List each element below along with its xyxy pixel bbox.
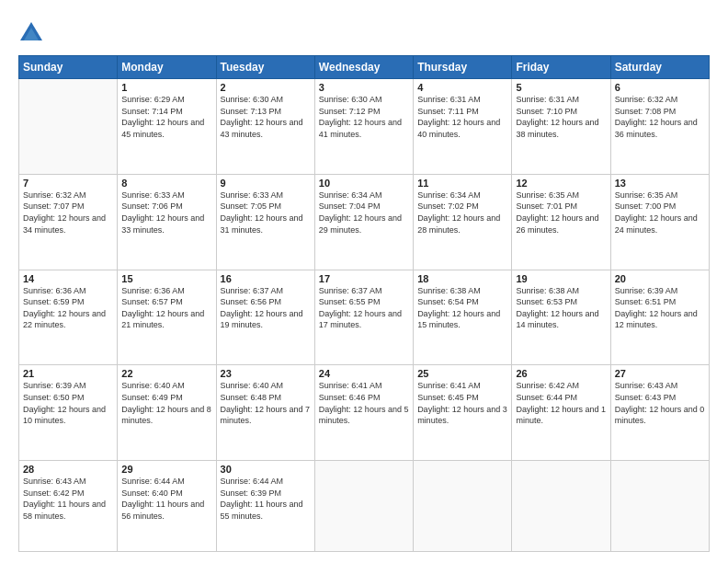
day-detail: Sunrise: 6:38 AMSunset: 6:53 PMDaylight:… bbox=[516, 285, 606, 331]
calendar-cell: 28Sunrise: 6:43 AMSunset: 6:42 PMDayligh… bbox=[19, 461, 118, 552]
day-number: 1 bbox=[121, 82, 211, 93]
day-detail: Sunrise: 6:44 AMSunset: 6:40 PMDaylight:… bbox=[121, 476, 211, 522]
calendar-cell: 29Sunrise: 6:44 AMSunset: 6:40 PMDayligh… bbox=[118, 461, 216, 552]
day-number: 29 bbox=[121, 464, 211, 475]
day-number: 17 bbox=[319, 273, 409, 284]
calendar-cell: 22Sunrise: 6:40 AMSunset: 6:49 PMDayligh… bbox=[118, 365, 216, 461]
day-detail: Sunrise: 6:42 AMSunset: 6:44 PMDaylight:… bbox=[516, 380, 606, 426]
calendar-cell bbox=[610, 461, 709, 552]
header bbox=[18, 17, 710, 46]
day-detail: Sunrise: 6:39 AMSunset: 6:50 PMDaylight:… bbox=[23, 380, 113, 426]
day-number: 9 bbox=[221, 178, 311, 189]
day-number: 6 bbox=[615, 82, 705, 93]
weekday-header-thursday: Thursday bbox=[414, 56, 512, 79]
day-number: 23 bbox=[221, 368, 311, 379]
page: SundayMondayTuesdayWednesdayThursdayFrid… bbox=[0, 0, 728, 563]
day-number: 13 bbox=[615, 178, 705, 189]
calendar-cell: 20Sunrise: 6:39 AMSunset: 6:51 PMDayligh… bbox=[610, 270, 709, 365]
day-number: 14 bbox=[23, 273, 113, 284]
day-number: 4 bbox=[417, 82, 507, 93]
calendar-cell: 5Sunrise: 6:31 AMSunset: 7:10 PMDaylight… bbox=[512, 79, 610, 175]
calendar-cell: 18Sunrise: 6:38 AMSunset: 6:54 PMDayligh… bbox=[414, 270, 512, 365]
day-detail: Sunrise: 6:39 AMSunset: 6:51 PMDaylight:… bbox=[615, 285, 705, 331]
day-number: 22 bbox=[121, 368, 211, 379]
day-number: 20 bbox=[615, 273, 705, 284]
calendar-cell: 23Sunrise: 6:40 AMSunset: 6:48 PMDayligh… bbox=[216, 365, 314, 461]
calendar-cell bbox=[19, 79, 118, 175]
day-detail: Sunrise: 6:44 AMSunset: 6:39 PMDaylight:… bbox=[221, 476, 311, 522]
day-detail: Sunrise: 6:38 AMSunset: 6:54 PMDaylight:… bbox=[417, 285, 507, 331]
weekday-header-tuesday: Tuesday bbox=[216, 56, 314, 79]
calendar-cell: 13Sunrise: 6:35 AMSunset: 7:00 PMDayligh… bbox=[610, 174, 709, 270]
day-detail: Sunrise: 6:41 AMSunset: 6:45 PMDaylight:… bbox=[417, 380, 507, 426]
day-number: 28 bbox=[23, 464, 113, 475]
calendar-cell: 27Sunrise: 6:43 AMSunset: 6:43 PMDayligh… bbox=[610, 365, 709, 461]
day-number: 7 bbox=[23, 178, 113, 189]
calendar-cell: 9Sunrise: 6:33 AMSunset: 7:05 PMDaylight… bbox=[216, 174, 314, 270]
day-detail: Sunrise: 6:43 AMSunset: 6:43 PMDaylight:… bbox=[615, 380, 705, 426]
calendar-cell: 14Sunrise: 6:36 AMSunset: 6:59 PMDayligh… bbox=[19, 270, 118, 365]
day-detail: Sunrise: 6:31 AMSunset: 7:11 PMDaylight:… bbox=[417, 94, 507, 140]
calendar-cell: 26Sunrise: 6:42 AMSunset: 6:44 PMDayligh… bbox=[512, 365, 610, 461]
day-detail: Sunrise: 6:30 AMSunset: 7:12 PMDaylight:… bbox=[319, 94, 409, 140]
day-number: 16 bbox=[221, 273, 311, 284]
day-number: 30 bbox=[221, 464, 311, 475]
day-number: 15 bbox=[121, 273, 211, 284]
day-detail: Sunrise: 6:43 AMSunset: 6:42 PMDaylight:… bbox=[23, 476, 113, 522]
day-number: 21 bbox=[23, 368, 113, 379]
calendar-cell: 10Sunrise: 6:34 AMSunset: 7:04 PMDayligh… bbox=[314, 174, 413, 270]
calendar: SundayMondayTuesdayWednesdayThursdayFrid… bbox=[18, 55, 710, 552]
calendar-cell: 30Sunrise: 6:44 AMSunset: 6:39 PMDayligh… bbox=[216, 461, 314, 552]
day-detail: Sunrise: 6:30 AMSunset: 7:13 PMDaylight:… bbox=[221, 94, 311, 140]
logo-icon bbox=[18, 20, 44, 46]
day-number: 2 bbox=[221, 82, 311, 93]
calendar-cell: 2Sunrise: 6:30 AMSunset: 7:13 PMDaylight… bbox=[216, 79, 314, 175]
calendar-cell: 7Sunrise: 6:32 AMSunset: 7:07 PMDaylight… bbox=[19, 174, 118, 270]
day-number: 12 bbox=[516, 178, 606, 189]
day-detail: Sunrise: 6:34 AMSunset: 7:04 PMDaylight:… bbox=[319, 190, 409, 236]
calendar-cell: 1Sunrise: 6:29 AMSunset: 7:14 PMDaylight… bbox=[118, 79, 216, 175]
day-number: 27 bbox=[615, 368, 705, 379]
day-detail: Sunrise: 6:32 AMSunset: 7:08 PMDaylight:… bbox=[615, 94, 705, 140]
day-detail: Sunrise: 6:36 AMSunset: 6:57 PMDaylight:… bbox=[121, 285, 211, 331]
day-number: 3 bbox=[319, 82, 409, 93]
calendar-cell bbox=[414, 461, 512, 552]
calendar-cell: 15Sunrise: 6:36 AMSunset: 6:57 PMDayligh… bbox=[118, 270, 216, 365]
day-number: 26 bbox=[516, 368, 606, 379]
day-detail: Sunrise: 6:40 AMSunset: 6:48 PMDaylight:… bbox=[221, 380, 311, 426]
week-row-2: 14Sunrise: 6:36 AMSunset: 6:59 PMDayligh… bbox=[19, 270, 710, 365]
day-detail: Sunrise: 6:33 AMSunset: 7:06 PMDaylight:… bbox=[121, 190, 211, 236]
calendar-cell: 3Sunrise: 6:30 AMSunset: 7:12 PMDaylight… bbox=[314, 79, 413, 175]
day-number: 11 bbox=[417, 178, 507, 189]
day-detail: Sunrise: 6:36 AMSunset: 6:59 PMDaylight:… bbox=[23, 285, 113, 331]
calendar-cell: 12Sunrise: 6:35 AMSunset: 7:01 PMDayligh… bbox=[512, 174, 610, 270]
weekday-header-wednesday: Wednesday bbox=[314, 56, 413, 79]
day-detail: Sunrise: 6:29 AMSunset: 7:14 PMDaylight:… bbox=[121, 94, 211, 140]
day-detail: Sunrise: 6:34 AMSunset: 7:02 PMDaylight:… bbox=[417, 190, 507, 236]
day-detail: Sunrise: 6:37 AMSunset: 6:56 PMDaylight:… bbox=[221, 285, 311, 331]
week-row-0: 1Sunrise: 6:29 AMSunset: 7:14 PMDaylight… bbox=[19, 79, 710, 175]
calendar-cell: 17Sunrise: 6:37 AMSunset: 6:55 PMDayligh… bbox=[314, 270, 413, 365]
day-number: 19 bbox=[516, 273, 606, 284]
day-detail: Sunrise: 6:40 AMSunset: 6:49 PMDaylight:… bbox=[121, 380, 211, 426]
calendar-cell bbox=[314, 461, 413, 552]
calendar-cell: 19Sunrise: 6:38 AMSunset: 6:53 PMDayligh… bbox=[512, 270, 610, 365]
day-number: 10 bbox=[319, 178, 409, 189]
weekday-header-monday: Monday bbox=[118, 56, 216, 79]
day-number: 25 bbox=[417, 368, 507, 379]
day-detail: Sunrise: 6:33 AMSunset: 7:05 PMDaylight:… bbox=[221, 190, 311, 236]
logo bbox=[18, 20, 48, 46]
weekday-header-saturday: Saturday bbox=[610, 56, 709, 79]
week-row-1: 7Sunrise: 6:32 AMSunset: 7:07 PMDaylight… bbox=[19, 174, 710, 270]
day-detail: Sunrise: 6:31 AMSunset: 7:10 PMDaylight:… bbox=[516, 94, 606, 140]
day-detail: Sunrise: 6:35 AMSunset: 7:01 PMDaylight:… bbox=[516, 190, 606, 236]
calendar-cell: 6Sunrise: 6:32 AMSunset: 7:08 PMDaylight… bbox=[610, 79, 709, 175]
weekday-header-sunday: Sunday bbox=[19, 56, 118, 79]
calendar-cell: 16Sunrise: 6:37 AMSunset: 6:56 PMDayligh… bbox=[216, 270, 314, 365]
calendar-cell: 24Sunrise: 6:41 AMSunset: 6:46 PMDayligh… bbox=[314, 365, 413, 461]
week-row-3: 21Sunrise: 6:39 AMSunset: 6:50 PMDayligh… bbox=[19, 365, 710, 461]
calendar-cell: 11Sunrise: 6:34 AMSunset: 7:02 PMDayligh… bbox=[414, 174, 512, 270]
day-number: 18 bbox=[417, 273, 507, 284]
day-number: 8 bbox=[121, 178, 211, 189]
weekday-header-friday: Friday bbox=[512, 56, 610, 79]
